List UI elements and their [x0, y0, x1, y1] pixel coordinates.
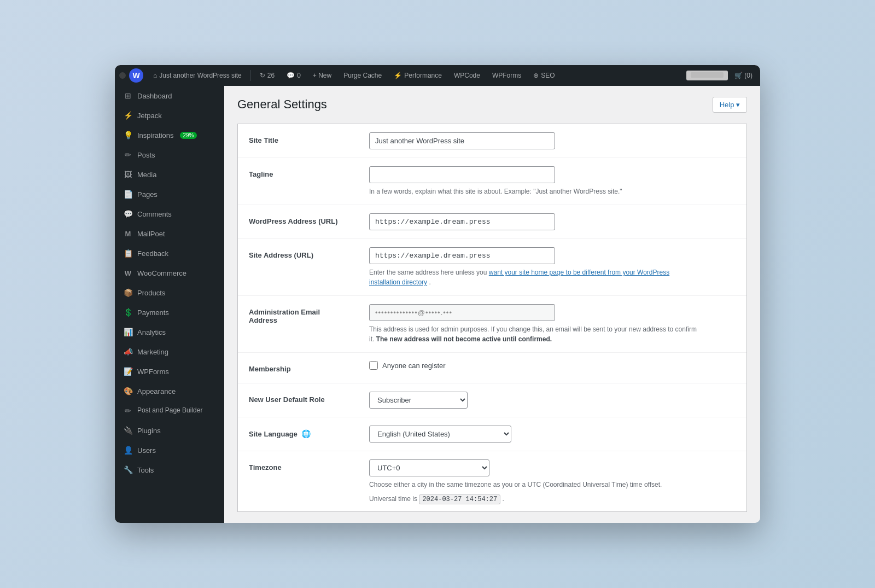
sidebar-item-label: Pages — [137, 190, 158, 199]
seo-icon: ⊕ — [533, 72, 539, 79]
sidebar-item-label: Payments — [137, 308, 169, 317]
inspirations-badge: 29% — [180, 132, 196, 139]
sidebar-item-feedback[interactable]: 📋 Feedback — [115, 243, 224, 263]
sidebar-item-products[interactable]: 📦 Products — [115, 283, 224, 302]
timezone-description: Choose either a city in the same timezon… — [369, 480, 736, 490]
admin-email-input[interactable] — [369, 304, 555, 321]
purge-cache-label: Purge Cache — [343, 72, 382, 79]
content-header: General Settings Help ▾ — [237, 97, 747, 113]
sidebar-item-label: Jetpack — [137, 112, 162, 120]
universal-time-label: Universal time is — [369, 495, 417, 503]
sidebar-item-label: Comments — [137, 210, 172, 218]
site-home-link[interactable]: ⌂ Just another WordPress site — [149, 69, 246, 81]
new-content-button[interactable]: + New — [308, 69, 336, 81]
sidebar-item-media[interactable]: 🖼 Media — [115, 165, 224, 184]
wpforms-top-button[interactable]: WPForms — [488, 69, 526, 81]
site-address-description: Enter the same address here unless you w… — [369, 267, 697, 287]
tagline-cell: In a few words, explain what this site i… — [358, 158, 746, 205]
sidebar-item-label: Plugins — [137, 427, 161, 435]
tagline-label: Tagline — [238, 158, 358, 205]
sidebar-item-label: Products — [137, 289, 165, 297]
sidebar-item-post-page-builder[interactable]: ✏ Post and Page Builder — [115, 401, 224, 421]
sidebar-item-users[interactable]: 👤 Users — [115, 440, 224, 460]
site-address-desc-suffix: . — [429, 278, 430, 286]
sidebar-item-comments[interactable]: 💬 Comments — [115, 204, 224, 224]
analytics-icon: 📊 — [123, 327, 133, 337]
membership-checkbox-text: Anyone can register — [382, 362, 446, 370]
sidebar-item-pages[interactable]: 📄 Pages — [115, 184, 224, 204]
sidebar-item-mailpoet[interactable]: M MailPoet — [115, 224, 224, 243]
content-area: General Settings Help ▾ Site Title — [224, 86, 760, 523]
tagline-input[interactable] — [369, 166, 555, 183]
posts-icon: ✏ — [123, 150, 133, 160]
site-title-input[interactable] — [369, 132, 555, 149]
purge-cache-button[interactable]: Purge Cache — [339, 69, 386, 81]
site-language-select[interactable]: English (United States) English (UK) Fra… — [369, 426, 511, 443]
universal-time-suffix: . — [503, 495, 504, 503]
sidebar-item-appearance[interactable]: 🎨 Appearance — [115, 381, 224, 401]
performance-icon: ⚡ — [394, 72, 402, 79]
seo-button[interactable]: ⊕ SEO — [529, 69, 559, 81]
wp-address-input[interactable] — [369, 213, 555, 230]
comments-link[interactable]: 💬 0 — [282, 69, 305, 81]
site-address-row: Site Address (URL) Enter the same addres… — [238, 239, 746, 296]
sidebar-item-label: WooCommerce — [137, 269, 186, 277]
admin-top-bar: W ⌂ Just another WordPress site ↻ 26 💬 0… — [115, 65, 760, 86]
sidebar-item-payments[interactable]: 💲 Payments — [115, 302, 224, 322]
timezone-select[interactable]: UTC+0 UTC-5 UTC-8 UTC+1 UTC+8 — [369, 459, 489, 476]
default-role-row: New User Default Role Subscriber Contrib… — [238, 383, 746, 417]
sidebar-item-woocommerce[interactable]: W WooCommerce — [115, 263, 224, 283]
admin-email-desc-bold: The new address will not become active u… — [376, 335, 552, 343]
inspirations-icon: 💡 — [123, 130, 133, 140]
sidebar-item-label: Inspirations — [137, 131, 173, 139]
sidebar-item-marketing[interactable]: 📣 Marketing — [115, 342, 224, 362]
membership-row: Membership Anyone can register — [238, 353, 746, 383]
cart-icon: 🛒 — [734, 72, 743, 79]
site-title-cell — [358, 124, 746, 158]
user-display-name[interactable] — [686, 71, 728, 80]
appearance-icon: 🎨 — [123, 386, 133, 396]
site-language-label: Site Language 🌐 — [238, 417, 358, 451]
site-address-input[interactable] — [369, 247, 555, 264]
wpcode-button[interactable]: WPCode — [450, 69, 485, 81]
cart-button[interactable]: 🛒 (0) — [731, 69, 756, 81]
wpforms-icon: 📝 — [123, 366, 133, 376]
sidebar-item-wpforms[interactable]: 📝 WPForms — [115, 362, 224, 381]
wpcode-label: WPCode — [454, 72, 480, 79]
sidebar-item-inspirations[interactable]: 💡 Inspirations 29% — [115, 125, 224, 145]
settings-form: Site Title Tagline In a few wo — [237, 124, 747, 512]
membership-checkbox[interactable] — [369, 361, 378, 370]
sidebar-item-label: Post and Page Builder — [137, 406, 202, 415]
sidebar-item-plugins[interactable]: 🔌 Plugins — [115, 421, 224, 440]
sidebar-item-analytics[interactable]: 📊 Analytics — [115, 322, 224, 342]
dashboard-icon: ⊞ — [123, 91, 133, 101]
woocommerce-icon: W — [123, 268, 133, 278]
language-icon: 🌐 — [301, 429, 311, 438]
sidebar-item-label: Feedback — [137, 249, 168, 258]
help-button[interactable]: Help ▾ — [713, 97, 747, 113]
sidebar-item-label: MailPoet — [137, 230, 165, 238]
sidebar-item-posts[interactable]: ✏ Posts — [115, 145, 224, 165]
membership-cell: Anyone can register — [358, 353, 746, 383]
pages-icon: 📄 — [123, 189, 133, 199]
site-address-label: Site Address (URL) — [238, 239, 358, 296]
users-icon: 👤 — [123, 445, 133, 455]
sidebar-item-label: Dashboard — [137, 92, 172, 100]
sidebar-item-label: Media — [137, 171, 156, 179]
tools-icon: 🔧 — [123, 465, 133, 475]
site-language-row: Site Language 🌐 English (United States) … — [238, 417, 746, 451]
membership-checkbox-label: Anyone can register — [369, 361, 736, 370]
sidebar-item-tools[interactable]: 🔧 Tools — [115, 460, 224, 480]
default-role-select[interactable]: Subscriber Contributor Author Editor Adm… — [369, 392, 468, 409]
page-title: General Settings — [237, 97, 327, 113]
seo-label: SEO — [541, 72, 555, 79]
performance-button[interactable]: ⚡ Performance — [389, 69, 446, 81]
feedback-icon: 📋 — [123, 248, 133, 258]
site-address-cell: Enter the same address here unless you w… — [358, 239, 746, 296]
sidebar-item-jetpack[interactable]: ⚡ Jetpack — [115, 106, 224, 125]
media-icon: 🖼 — [123, 170, 133, 179]
updates-link[interactable]: ↻ 26 — [255, 69, 279, 81]
wp-address-cell — [358, 205, 746, 239]
default-role-label: New User Default Role — [238, 383, 358, 417]
sidebar-item-dashboard[interactable]: ⊞ Dashboard — [115, 86, 224, 106]
